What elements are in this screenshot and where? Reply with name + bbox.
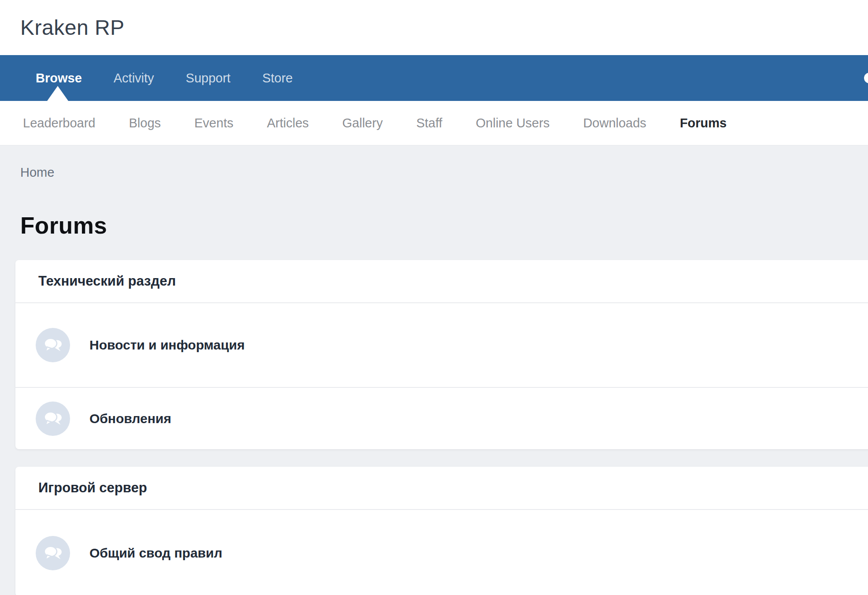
page-content: Home Forums Технический раздел (0, 145, 868, 595)
active-tab-pointer (47, 86, 68, 101)
forum-link[interactable]: Общий свод правил (89, 546, 223, 561)
category-header: Технический раздел (15, 260, 868, 303)
forum-row[interactable]: Общий свод правил (15, 510, 868, 595)
page-title: Forums (20, 212, 868, 239)
breadcrumb-home[interactable]: Home (20, 165, 54, 179)
forum-row[interactable]: Новости и информация (15, 303, 868, 387)
subnav-articles[interactable]: Articles (250, 116, 326, 130)
forum-link[interactable]: Новости и информация (89, 338, 245, 353)
nav-tab-support[interactable]: Support (170, 55, 247, 101)
subnav-online-users[interactable]: Online Users (459, 116, 567, 130)
secondary-nav: Leaderboard Blogs Events Articles Galler… (0, 101, 868, 145)
nav-tab-store[interactable]: Store (246, 55, 308, 101)
comments-icon (36, 402, 70, 436)
primary-nav: Browse Activity Support Store (0, 55, 868, 101)
nav-circle-icon[interactable] (864, 73, 868, 83)
site-logo[interactable]: Kraken RP (20, 15, 125, 40)
forum-row[interactable]: Обновления (15, 387, 868, 449)
site-header: Kraken RP (0, 0, 868, 55)
subnav-events[interactable]: Events (178, 116, 250, 130)
subnav-forums[interactable]: Forums (663, 116, 743, 130)
category-title[interactable]: Технический раздел (38, 273, 176, 289)
subnav-downloads[interactable]: Downloads (566, 116, 663, 130)
breadcrumb: Home (20, 165, 868, 180)
category-title[interactable]: Игровой сервер (38, 480, 147, 496)
nav-tab-activity[interactable]: Activity (98, 55, 170, 101)
subnav-gallery[interactable]: Gallery (326, 116, 400, 130)
forum-link[interactable]: Обновления (89, 411, 171, 426)
comments-icon (36, 536, 70, 570)
subnav-leaderboard[interactable]: Leaderboard (6, 116, 112, 130)
comments-icon (36, 328, 70, 362)
forum-category-card: Технический раздел Новости и информация (15, 260, 868, 449)
subnav-staff[interactable]: Staff (400, 116, 459, 130)
subnav-blogs[interactable]: Blogs (112, 116, 178, 130)
forum-category-card: Игровой сервер Общий свод правил (15, 467, 868, 595)
category-header: Игровой сервер (15, 467, 868, 510)
